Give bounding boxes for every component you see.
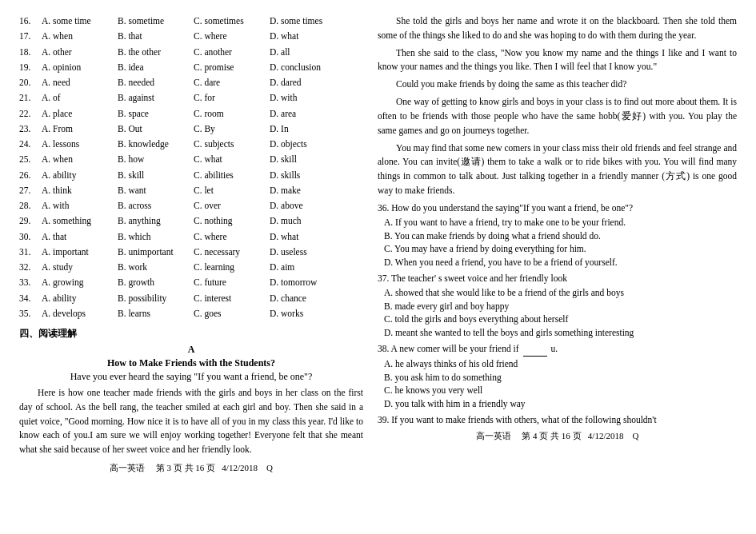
- passage-center-a: A: [19, 344, 363, 356]
- mc-option-a: A. important: [42, 245, 118, 259]
- q36-c: C. You may have a friend by doing everyt…: [384, 242, 737, 256]
- mc-option-b: B. unimportant: [118, 245, 194, 259]
- mc-row: 32.A. studyB. workC. learningD. aim: [19, 261, 363, 274]
- mc-option-a: A. that: [42, 230, 118, 244]
- mc-row: 21.A. ofB. againstC. forD. with: [19, 91, 363, 105]
- mc-row: 25.A. whenB. howC. whatD. skill: [19, 153, 363, 166]
- right-passage-2: Then she said to the class, "Now you kno…: [378, 46, 737, 75]
- q38-a: A. he always thinks of his old friend: [384, 357, 737, 371]
- mc-num: 34.: [19, 292, 42, 305]
- page-container: 16.A. some timeB. sometimeC. sometimesD.…: [0, 0, 756, 534]
- q37-c: C. told the girls and boys everything ab…: [384, 313, 737, 326]
- mc-option-b: B. against: [118, 91, 194, 105]
- mc-option-d: D. all: [270, 46, 346, 59]
- mc-num: 23.: [19, 122, 42, 136]
- mc-option-a: A. From: [42, 122, 118, 136]
- mc-option-d: D. above: [270, 199, 346, 213]
- passage-body-left: Here is how one teacher made friends wit…: [19, 386, 363, 457]
- mc-num: 33.: [19, 276, 42, 289]
- mc-row: 34.A. abilityB. possibilityC. interestD.…: [19, 292, 363, 305]
- mc-option-d: D. what: [270, 30, 346, 43]
- mc-option-b: B. sometime: [118, 14, 194, 28]
- mc-row: 23.A. FromB. OutC. ByD. In: [19, 122, 363, 136]
- mc-num: 29.: [19, 214, 42, 228]
- mc-row: 24.A. lessonsB. knowledgeC. subjectsD. o…: [19, 137, 363, 151]
- mc-num: 22.: [19, 107, 42, 121]
- mc-option-d: D. useless: [270, 245, 346, 259]
- mc-option-c: C. nothing: [194, 214, 270, 228]
- mc-option-c: C. room: [194, 107, 270, 121]
- mc-option-a: A. lessons: [42, 137, 118, 151]
- mc-option-a: A. with: [42, 199, 118, 213]
- mc-num: 32.: [19, 261, 42, 274]
- mc-option-a: A. think: [42, 184, 118, 197]
- mc-option-a: A. study: [42, 261, 118, 274]
- mc-option-c: C. goes: [194, 307, 270, 321]
- mc-option-d: D. works: [270, 307, 346, 321]
- mc-num: 19.: [19, 61, 42, 74]
- mc-option-a: A. when: [42, 153, 118, 166]
- footer-right: 高一英语 第 4 页 共 16 页 4/12/2018 Q: [378, 430, 737, 442]
- mc-option-a: A. when: [42, 30, 118, 43]
- mc-option-a: A. some time: [42, 14, 118, 28]
- mc-option-d: D. dared: [270, 76, 346, 90]
- mc-option-b: B. growth: [118, 276, 194, 289]
- mc-option-a: A. of: [42, 91, 118, 105]
- mc-option-d: D. much: [270, 214, 346, 228]
- mc-num: 20.: [19, 76, 42, 90]
- right-passage-4: One way of getting to know girls and boy…: [378, 95, 737, 137]
- mc-row: 19.A. opinionB. ideaC. promiseD. conclus…: [19, 61, 363, 74]
- mc-option-d: D. skills: [270, 169, 346, 182]
- mc-option-b: B. skill: [118, 169, 194, 182]
- mc-option-b: B. space: [118, 107, 194, 121]
- mc-num: 18.: [19, 46, 42, 59]
- mc-option-b: B. Out: [118, 122, 194, 136]
- mc-row: 18.A. otherB. the otherC. anotherD. all: [19, 46, 363, 59]
- mc-option-a: A. ability: [42, 292, 118, 305]
- mc-option-c: C. where: [194, 30, 270, 43]
- q39-text: 39. If you want to make friends with oth…: [378, 413, 737, 427]
- q38-c: C. he knows you very well: [384, 384, 737, 397]
- mc-num: 16.: [19, 14, 42, 28]
- q38-text: 38. A new comer will be your friend if u…: [378, 342, 737, 357]
- mc-option-c: C. where: [194, 230, 270, 244]
- mc-num: 27.: [19, 184, 42, 197]
- mc-option-b: B. possibility: [118, 292, 194, 305]
- mc-option-d: D. conclusion: [270, 61, 346, 74]
- q37-a: A. showed that she would like to be a fr…: [384, 286, 737, 300]
- mc-option-c: C. sometimes: [194, 14, 270, 28]
- mc-row: 31.A. importantB. unimportantC. necessar…: [19, 245, 363, 259]
- mc-option-d: D. with: [270, 91, 346, 105]
- left-column: 16.A. some timeB. sometimeC. sometimesD.…: [19, 14, 363, 526]
- mc-row: 33.A. growingB. growthC. futureD. tomorr…: [19, 276, 363, 289]
- mc-num: 21.: [19, 91, 42, 105]
- mc-option-b: B. needed: [118, 76, 194, 90]
- q38-b: B. you ask him to do something: [384, 371, 737, 385]
- right-passage-1: She told the girls and boys her name and…: [378, 14, 737, 43]
- mc-option-c: C. subjects: [194, 137, 270, 151]
- mc-option-a: A. place: [42, 107, 118, 121]
- q37-b: B. made every girl and boy happy: [384, 300, 737, 313]
- mc-option-c: C. another: [194, 46, 270, 59]
- mc-option-d: D. make: [270, 184, 346, 197]
- mc-row: 35.A. developsB. learnsC. goesD. works: [19, 307, 363, 321]
- mc-num: 35.: [19, 307, 42, 321]
- mc-option-b: B. knowledge: [118, 137, 194, 151]
- mc-option-d: D. In: [270, 122, 346, 136]
- right-passage-3: Could you make friends by doing the same…: [378, 78, 737, 92]
- mc-row: 26.A. abilityB. skillC. abilitiesD. skil…: [19, 169, 363, 182]
- mc-option-a: A. something: [42, 214, 118, 228]
- q36-a: A. If you want to have a friend, try to …: [384, 216, 737, 229]
- q38-d: D. you talk with him in a friendly way: [384, 397, 737, 411]
- mc-option-c: C. let: [194, 184, 270, 197]
- passage-subtitle: Have you ever heard the saying "If you w…: [19, 371, 363, 383]
- mc-option-c: C. what: [194, 153, 270, 166]
- q36-b: B. You can make friends by doing what a …: [384, 229, 737, 243]
- q36-d: D. When you need a friend, you have to b…: [384, 256, 737, 269]
- mc-option-b: B. learns: [118, 307, 194, 321]
- mc-option-b: B. anything: [118, 214, 194, 228]
- q37-d: D. meant she wanted to tell the boys and…: [384, 326, 737, 340]
- mc-option-a: A. need: [42, 76, 118, 90]
- mc-questions-left: 16.A. some timeB. sometimeC. sometimesD.…: [19, 14, 363, 321]
- mc-row: 27.A. thinkB. wantC. letD. make: [19, 184, 363, 197]
